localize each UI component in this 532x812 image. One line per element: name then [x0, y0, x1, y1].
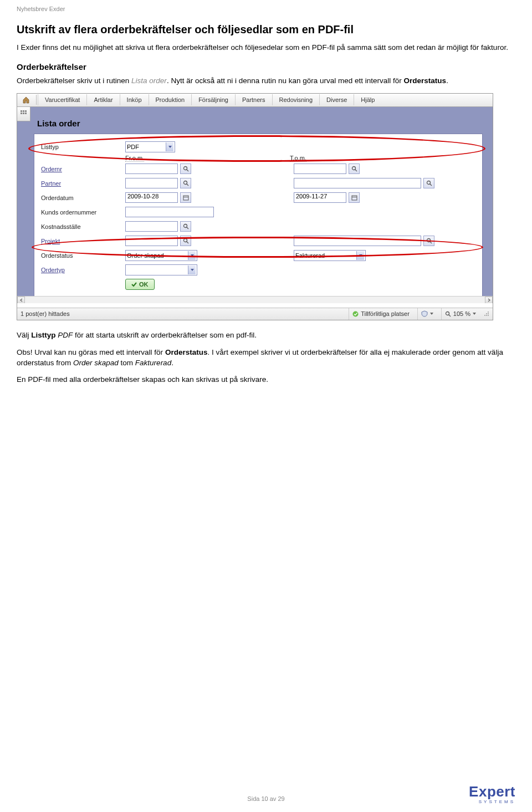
- svg-rect-3: [21, 113, 22, 114]
- section-paragraph: Orderbekräftelser skriv ut i rutinen Lis…: [17, 76, 515, 86]
- chevron-left-icon[interactable]: [17, 297, 25, 303]
- chevron-down-icon: [188, 251, 196, 260]
- menu-inkop[interactable]: Inköp: [120, 94, 149, 105]
- svg-point-18: [427, 181, 430, 185]
- label-listtyp: Listtyp: [41, 144, 59, 150]
- svg-point-12: [183, 224, 187, 228]
- bold-text: Listtyp: [31, 331, 55, 339]
- panel-title: Lista order: [34, 119, 488, 128]
- zoom-icon: [445, 311, 451, 317]
- protected-mode-icon: [417, 308, 437, 320]
- logo: Expert SYSTEMS: [469, 783, 515, 804]
- search-icon[interactable]: [349, 164, 360, 174]
- svg-rect-0: [21, 110, 22, 112]
- screenshot-frame: Varucertifikat Artiklar Inköp Produktion…: [17, 93, 493, 320]
- search-icon[interactable]: [180, 236, 191, 246]
- orderdatum-from-input[interactable]: 2009-10-28: [125, 192, 178, 203]
- ordertyp-select[interactable]: [125, 264, 197, 275]
- calendar-icon[interactable]: [349, 192, 360, 203]
- svg-rect-5: [25, 113, 27, 114]
- orderstatus-from-value: Order skapad: [127, 252, 164, 259]
- projekt-input[interactable]: [125, 236, 178, 246]
- status-bar: 1 post(er) hittades Tillförlitliga plats…: [17, 308, 493, 320]
- ordernr-from-input[interactable]: [125, 164, 178, 174]
- doc-header: Nyhetsbrev Exder: [17, 6, 515, 12]
- menu-produktion[interactable]: Produktion: [149, 94, 192, 105]
- ordertyp-value: [127, 267, 129, 273]
- ok-label: OK: [139, 281, 149, 288]
- text: tom: [119, 359, 135, 367]
- home-icon[interactable]: [21, 94, 32, 105]
- search-icon[interactable]: [180, 164, 191, 174]
- ordernr-tom-input[interactable]: [294, 164, 346, 174]
- keypad-icon[interactable]: [17, 107, 30, 121]
- text: Obs! Urval kan nu göras med ett interval…: [17, 348, 165, 356]
- text: Välj: [17, 331, 31, 339]
- label-orderstatus: Orderstatus: [41, 252, 73, 259]
- orderstatus-from-select[interactable]: Order skapad: [125, 250, 197, 261]
- logo-text: Expert: [469, 783, 515, 800]
- routine-link-text: Lista order: [131, 76, 167, 85]
- orderstatus-tom-value: Fakturerad: [295, 252, 325, 259]
- text: . Nytt är också att ni i denna rutin nu …: [167, 76, 404, 85]
- kunds-input[interactable]: [125, 207, 214, 217]
- svg-rect-2: [25, 110, 27, 112]
- svg-point-30: [484, 315, 485, 316]
- trusted-sites: Tillförlitliga platser: [349, 308, 413, 320]
- orderdatum-tom-input[interactable]: 2009-11-27: [294, 192, 346, 203]
- after-para-1: Välj Listtyp PDF för att starta utskrift…: [17, 330, 515, 341]
- check-icon: [131, 282, 137, 287]
- label-orderdatum: Orderdatum: [41, 195, 74, 201]
- separator: [36, 95, 37, 105]
- partner-from-input[interactable]: [125, 178, 178, 188]
- chevron-down-icon: [430, 312, 433, 315]
- ok-button[interactable]: OK: [125, 279, 155, 290]
- search-icon[interactable]: [180, 178, 191, 188]
- zoom-control[interactable]: 105 %: [441, 308, 479, 320]
- label-ordertyp: Ordertyp: [41, 267, 65, 273]
- menu-forsaljning[interactable]: Försäljning: [191, 94, 235, 105]
- check-icon: [352, 311, 359, 317]
- svg-point-28: [486, 313, 487, 314]
- svg-point-24: [353, 311, 359, 316]
- app-menubar: Varucertifikat Artiklar Inköp Produktion…: [17, 94, 493, 107]
- calendar-icon[interactable]: [180, 192, 191, 203]
- svg-point-6: [183, 167, 187, 170]
- chevron-down-icon: [188, 265, 196, 274]
- svg-line-17: [355, 170, 357, 171]
- trusted-label: Tillförlitliga platser: [361, 310, 410, 317]
- search-icon[interactable]: [423, 236, 434, 246]
- search-icon[interactable]: [423, 178, 434, 188]
- menu-diverse[interactable]: Diverse: [319, 94, 354, 105]
- after-para-3: En PDF-fil med alla orderbekräftelser sk…: [17, 375, 515, 385]
- resize-grip-icon: [484, 311, 489, 316]
- section-heading: Orderbekräftelser: [17, 62, 515, 72]
- menu-artiklar[interactable]: Artiklar: [86, 94, 119, 105]
- menu-hjalp[interactable]: Hjälp: [354, 94, 381, 105]
- svg-line-26: [449, 315, 451, 316]
- orderstatus-tom-select[interactable]: Fakturerad: [294, 250, 366, 261]
- projekt-tom-input[interactable]: [294, 236, 421, 246]
- chevron-down-icon: [356, 251, 364, 260]
- kostnad-input[interactable]: [125, 221, 178, 232]
- partner-tom-input[interactable]: [294, 178, 421, 188]
- italic-text: Fakturerad: [135, 359, 171, 367]
- menu-redovisning[interactable]: Redovisning: [272, 94, 320, 105]
- menu-partners[interactable]: Partners: [235, 94, 272, 105]
- listtyp-value: PDF: [127, 144, 139, 150]
- svg-rect-10: [183, 196, 188, 200]
- after-para-2: Obs! Urval kan nu göras med ett interval…: [17, 348, 515, 369]
- text: Orderbekräftelser skriv ut i rutinen: [17, 76, 131, 85]
- listtyp-select[interactable]: PDF: [125, 141, 175, 152]
- svg-point-8: [183, 181, 187, 185]
- label-projekt: Projekt: [41, 238, 60, 244]
- text: .: [446, 76, 448, 85]
- menu-varucertifikat[interactable]: Varucertifikat: [38, 94, 86, 105]
- search-icon[interactable]: [180, 221, 191, 232]
- filter-form: Listtyp Ordernr Partner Orderdatum Kunds…: [34, 134, 483, 298]
- chevron-right-icon[interactable]: [485, 297, 493, 303]
- logo-main: Expert: [469, 783, 515, 800]
- horizontal-scrollbar[interactable]: [17, 296, 493, 303]
- svg-rect-4: [23, 113, 24, 114]
- svg-point-31: [486, 315, 487, 316]
